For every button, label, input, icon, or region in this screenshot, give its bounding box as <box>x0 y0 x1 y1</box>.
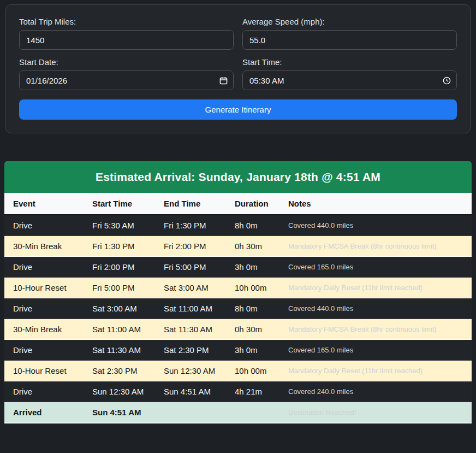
table-row: Drive Sat 11:30 AM Sat 2:30 PM 3h 0m Cov… <box>4 340 472 361</box>
cell-end-time: Fri 1:30 PM <box>155 215 226 236</box>
cell-end-time: Sat 3:00 AM <box>155 278 226 298</box>
total-miles-input[interactable] <box>19 30 234 50</box>
cell-notes: Covered 165.0 miles <box>279 340 472 361</box>
table-row: 30-Min Break Fri 1:30 PM Fri 2:00 PM 0h … <box>4 236 472 257</box>
itinerary-table: Event Start Time End Time Duration Notes… <box>4 193 472 423</box>
cell-start-time: Fri 2:00 PM <box>84 257 155 278</box>
cell-event: 30-Min Break <box>4 236 84 257</box>
cell-duration: 10h 00m <box>226 361 279 381</box>
start-date-input[interactable] <box>19 70 234 90</box>
cell-notes: Mandatory FMCSA Break (8hr continuous li… <box>279 236 472 257</box>
cell-duration: 10h 00m <box>226 278 279 298</box>
column-header-start: Start Time <box>84 193 155 215</box>
start-time-label: Start Time: <box>242 57 457 67</box>
cell-duration <box>226 402 279 423</box>
table-row: 10-Hour Reset Fri 5:00 PM Sat 3:00 AM 10… <box>4 278 472 298</box>
cell-event: Drive <box>4 257 84 278</box>
table-header-row: Event Start Time End Time Duration Notes <box>4 193 472 215</box>
table-row: Drive Fri 5:30 AM Fri 1:30 PM 8h 0m Cove… <box>4 215 472 236</box>
cell-end-time: Sat 11:30 AM <box>155 319 226 340</box>
total-miles-field: Total Trip Miles: <box>19 17 234 50</box>
table-row: Drive Fri 2:00 PM Fri 5:00 PM 3h 0m Cove… <box>4 257 472 278</box>
cell-start-time: Sat 11:00 AM <box>84 319 155 340</box>
cell-duration: 4h 21m <box>226 381 279 402</box>
cell-start-time: Sat 3:00 AM <box>84 298 155 319</box>
cell-start-time: Fri 5:00 PM <box>84 278 155 298</box>
cell-end-time: Sun 12:30 AM <box>155 361 226 381</box>
table-row: 30-Min Break Sat 11:00 AM Sat 11:30 AM 0… <box>4 319 472 340</box>
cell-notes: Destination Reached! <box>279 402 472 423</box>
cell-end-time <box>155 402 226 423</box>
calendar-icon[interactable] <box>219 76 228 85</box>
cell-notes: Covered 440.0 miles <box>279 298 472 319</box>
cell-event: Arrived <box>4 402 84 423</box>
table-row: Drive Sun 12:30 AM Sun 4:51 AM 4h 21m Co… <box>4 381 472 402</box>
table-row: Drive Sat 3:00 AM Sat 11:00 AM 8h 0m Cov… <box>4 298 472 319</box>
column-header-duration: Duration <box>226 193 279 215</box>
cell-notes: Mandatory FMCSA Break (8hr continuous li… <box>279 319 472 340</box>
arrival-banner: Estimated Arrival: Sunday, January 18th … <box>4 161 472 193</box>
cell-end-time: Sat 2:30 PM <box>155 340 226 361</box>
cell-start-time: Sat 11:30 AM <box>84 340 155 361</box>
column-header-end: End Time <box>155 193 226 215</box>
cell-event: Drive <box>4 340 84 361</box>
start-date-label: Start Date: <box>19 57 234 67</box>
cell-event: Drive <box>4 215 84 236</box>
cell-duration: 0h 30m <box>226 319 279 340</box>
start-time-field: Start Time: <box>242 57 457 90</box>
cell-start-time: Sat 2:30 PM <box>84 361 155 381</box>
cell-end-time: Sat 11:00 AM <box>155 298 226 319</box>
clock-icon[interactable] <box>442 76 451 85</box>
cell-duration: 8h 0m <box>226 298 279 319</box>
cell-event: Drive <box>4 298 84 319</box>
cell-notes: Mandatory Daily Reset (11hr limit reache… <box>279 278 472 298</box>
column-header-event: Event <box>4 193 84 215</box>
cell-start-time: Sun 4:51 AM <box>84 402 155 423</box>
column-header-notes: Notes <box>279 193 472 215</box>
table-row: 10-Hour Reset Sat 2:30 PM Sun 12:30 AM 1… <box>4 361 472 381</box>
trip-form-card: Total Trip Miles: Average Speed (mph): S… <box>5 4 471 133</box>
cell-duration: 0h 30m <box>226 236 279 257</box>
cell-start-time: Fri 5:30 AM <box>84 215 155 236</box>
cell-end-time: Fri 2:00 PM <box>155 236 226 257</box>
start-date-field: Start Date: <box>19 57 234 90</box>
cell-duration: 3h 0m <box>226 257 279 278</box>
cell-notes: Covered 440.0 miles <box>279 215 472 236</box>
itinerary-section: Estimated Arrival: Sunday, January 18th … <box>4 161 472 423</box>
cell-duration: 3h 0m <box>226 340 279 361</box>
cell-notes: Covered 240.0 miles <box>279 381 472 402</box>
cell-event: 30-Min Break <box>4 319 84 340</box>
cell-notes: Covered 165.0 miles <box>279 257 472 278</box>
generate-itinerary-button[interactable]: Generate Itinerary <box>19 99 457 120</box>
average-speed-label: Average Speed (mph): <box>242 17 457 26</box>
cell-event: Drive <box>4 381 84 402</box>
cell-notes: Mandatory Daily Reset (11hr limit reache… <box>279 361 472 381</box>
cell-event: 10-Hour Reset <box>4 361 84 381</box>
cell-event: 10-Hour Reset <box>4 278 84 298</box>
itinerary-table-body: Drive Fri 5:30 AM Fri 1:30 PM 8h 0m Cove… <box>4 215 472 423</box>
total-miles-label: Total Trip Miles: <box>19 17 234 26</box>
cell-end-time: Fri 5:00 PM <box>155 257 226 278</box>
table-row: Arrived Sun 4:51 AM Destination Reached! <box>4 402 472 423</box>
cell-start-time: Sun 12:30 AM <box>84 381 155 402</box>
cell-start-time: Fri 1:30 PM <box>84 236 155 257</box>
average-speed-field: Average Speed (mph): <box>242 17 457 50</box>
start-time-input[interactable] <box>242 70 457 90</box>
cell-duration: 8h 0m <box>226 215 279 236</box>
average-speed-input[interactable] <box>242 30 457 50</box>
cell-end-time: Sun 4:51 AM <box>155 381 226 402</box>
